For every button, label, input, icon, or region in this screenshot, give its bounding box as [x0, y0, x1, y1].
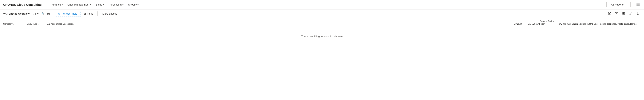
- empty-message-text: (There is nothing to show in this view): [300, 35, 344, 38]
- col-header-vat-amount: VAT Amount: [522, 22, 540, 25]
- bookmark-button[interactable]: [635, 11, 641, 17]
- table-area: Company ↑ Entry Type ↑ G/L Account No. ↑…: [0, 18, 644, 100]
- nav-item-purchasing[interactable]: Purchasing ▾: [107, 2, 126, 7]
- share-button[interactable]: [607, 11, 612, 17]
- nav-shopify-chevron: ▾: [138, 3, 138, 6]
- search-icon: 🔍: [42, 12, 44, 15]
- print-label: Print: [88, 12, 93, 15]
- filter-button[interactable]: [614, 11, 620, 17]
- toolbar: VAT Entries Overview: All ▾ 🔍 ▦ ↻ Refres…: [0, 9, 644, 18]
- nav-sales-chevron: ▾: [103, 3, 104, 6]
- hamburger-line-2: [636, 4, 640, 5]
- col-header-entry-type[interactable]: Entry Type ↑: [27, 22, 47, 25]
- svg-rect-2: [624, 12, 625, 14]
- col-gen-posting-label: Gen. Posting Type: [574, 22, 591, 25]
- col-gl-label: G/L Account No.: [47, 22, 62, 25]
- filter-value: All: [34, 12, 36, 15]
- nav-item-shopify[interactable]: Shopify ▾: [126, 2, 140, 7]
- fullscreen-button[interactable]: [628, 11, 634, 17]
- nav-finance-chevron: ▾: [62, 3, 62, 6]
- bookmark-icon: [637, 12, 640, 15]
- col-description-label: Description: [62, 22, 74, 25]
- col-entry-type-label: Entry Type: [27, 22, 37, 25]
- nav-cash-chevron: ▾: [90, 3, 91, 6]
- refresh-label: Refresh Table: [62, 12, 77, 15]
- empty-message: (There is nothing to show in this view): [0, 27, 644, 46]
- nav-purchasing-chevron: ▾: [122, 3, 124, 6]
- col-header-date-range: Date Range: [625, 22, 641, 25]
- filter-dropdown-button[interactable]: All ▾: [32, 11, 40, 16]
- col-header-description: Description: [62, 22, 506, 25]
- col-header-reason-code: Reason Code-Filter: [540, 20, 558, 25]
- filter-chevron-icon: ▾: [37, 12, 39, 15]
- col-header-gl-account[interactable]: G/L Account No. ↑: [47, 22, 62, 25]
- view-options-icon: ▦: [47, 12, 50, 15]
- table-header-row: Company ↑ Entry Type ↑ G/L Account No. ↑…: [0, 18, 644, 27]
- app-title: CRONUS Cloud Consulting: [3, 3, 42, 6]
- toolbar-divider-2: [98, 11, 98, 16]
- col-header-gen-posting[interactable]: Gen. Posting Type ↑: [574, 22, 589, 25]
- toolbar-label: VAT Entries Overview:: [3, 12, 30, 15]
- col-amount-label: Amount: [514, 22, 522, 25]
- toolbar-actions: ↻ Refresh Table 🖶 Print More options: [55, 11, 120, 17]
- expand-icon: [630, 12, 632, 15]
- more-options-button[interactable]: More options: [100, 11, 120, 16]
- col-vat-amount-label: VAT Amount: [528, 22, 540, 25]
- columns-icon: [622, 12, 625, 15]
- nav-finance-label: Finance: [52, 3, 61, 6]
- search-button[interactable]: 🔍: [40, 11, 46, 17]
- col-company-sort: ↑: [13, 23, 14, 25]
- nav-divider-3: [630, 2, 630, 7]
- refresh-table-button[interactable]: ↻ Refresh Table: [55, 11, 80, 17]
- col-header-company[interactable]: Company ↑: [3, 22, 27, 25]
- columns-button[interactable]: [621, 11, 626, 17]
- hamburger-line-1: [636, 3, 640, 4]
- col-header-vat-prod[interactable]: VAT Prod. Posting Group ↑: [607, 22, 625, 25]
- col-company-label: Company: [3, 22, 12, 25]
- nav-purchasing-label: Purchasing: [109, 3, 122, 6]
- nav-sales-label: Sales: [96, 3, 102, 6]
- print-icon: 🖶: [84, 12, 86, 15]
- view-options-button[interactable]: ▦: [46, 11, 51, 17]
- nav-menu: Finance ▾ Cash Management ▾ Sales ▾ Purc…: [50, 2, 604, 7]
- col-header-amount: Amount: [506, 22, 522, 25]
- col-date-range-label: Date Range: [625, 22, 637, 25]
- nav-item-sales[interactable]: Sales ▾: [94, 2, 106, 7]
- app-container: CRONUS Cloud Consulting Finance ▾ Cash M…: [0, 0, 644, 100]
- hamburger-button[interactable]: [635, 2, 641, 7]
- col-entry-type-sort: ↑: [38, 23, 39, 25]
- filter-icon: [615, 12, 618, 15]
- svg-rect-0: [622, 12, 623, 14]
- share-icon: [608, 12, 611, 15]
- svg-rect-1: [624, 12, 624, 14]
- nav-item-finance[interactable]: Finance ▾: [50, 2, 64, 7]
- nav-divider-2: [606, 2, 606, 7]
- nav-cash-label: Cash Management: [67, 3, 89, 6]
- nav-shopify-label: Shopify: [128, 3, 137, 6]
- hamburger-line-3: [636, 5, 640, 6]
- nav-right: All Reports: [609, 2, 641, 7]
- print-button[interactable]: 🖶 Print: [81, 11, 95, 16]
- nav-item-cash-management[interactable]: Cash Management ▾: [66, 2, 93, 7]
- toolbar-right: [607, 11, 641, 17]
- top-nav: CRONUS Cloud Consulting Finance ▾ Cash M…: [0, 0, 644, 9]
- col-reason-code-label: Reason Code-Filter: [540, 20, 554, 25]
- all-reports-button[interactable]: All Reports: [609, 2, 626, 7]
- col-header-row-no: Row. No. VAT Statement: [558, 22, 574, 25]
- col-header-vat-bus[interactable]: VAT Bus. Posting Group ↑: [589, 22, 607, 25]
- refresh-icon: ↻: [58, 12, 60, 15]
